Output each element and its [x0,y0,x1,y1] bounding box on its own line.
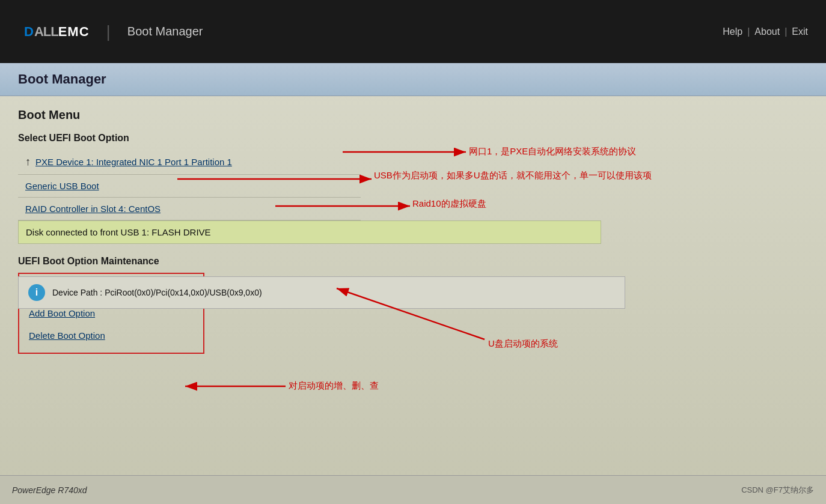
annotation-pxe: 网口1，是PXE自动化网络安装系统的协议 [469,146,636,157]
exit-link[interactable]: Exit [792,26,808,37]
boot-option-raid-label: RAID Controller in Slot 4: CentOS [25,204,161,214]
nav-sep1: | [747,26,750,37]
page-title: Boot Manager [18,71,808,87]
main-content: Boot Manager Boot Menu Select UEFI Boot … [0,63,826,504]
nav-sep2: | [785,26,787,37]
brand-logo: DALLEMC | Boot Manager [24,22,203,41]
boot-options-list: ↑ PXE Device 1: Integrated NIC 1 Port 1 … [18,150,808,244]
help-link[interactable]: Help [723,26,742,37]
cursor-icon: ↑ [25,156,31,168]
annotation-maintenance: 对启动项的增、删、查 [289,380,379,392]
info-icon: i [28,284,45,301]
boot-option-pxe[interactable]: ↑ PXE Device 1: Integrated NIC 1 Port 1 … [18,150,361,175]
about-link[interactable]: About [754,26,780,37]
dell-emc-logo: DALLEMC [24,24,90,40]
annotation-raid: Raid10的虚拟硬盘 [412,198,486,210]
boot-option-usb-flash[interactable]: Disk connected to front USB 1: FLASH DRI… [18,220,601,244]
page-title-bar: Boot Manager [0,63,826,96]
uefi-boot-option-title: Select UEFI Boot Option [18,133,808,144]
boot-option-usb-generic[interactable]: Generic USB Boot [18,175,361,198]
header-nav: Help | About | Exit [723,26,808,37]
delete-boot-option[interactable]: Delete Boot Option [19,324,203,347]
header-bar: DALLEMC | Boot Manager Help | About | Ex… [0,0,826,63]
device-path-bar: i Device Path : PciRoot(0x0)/Pci(0x14,0x… [18,276,625,309]
annotation-usb-generic: USB作为启动项，如果多U盘的话，就不能用这个，单一可以使用该项 [374,170,652,181]
boot-option-pxe-label: PXE Device 1: Integrated NIC 1 Port 1 Pa… [35,157,232,167]
bottom-status-bar: PowerEdge R740xd CSDN @F7艾纳尔多 [0,475,826,504]
boot-option-usb-flash-label: Disk connected to front USB 1: FLASH DRI… [26,227,211,237]
content-area: Boot Menu Select UEFI Boot Option ↑ PXE … [0,96,826,366]
model-name: PowerEdge R740xd [12,485,87,495]
annotation-usb-flash: U盘启动项的系统 [488,338,558,350]
uefi-maintenance-title: UEFI Boot Option Maintenance [18,256,808,267]
device-path-text: Device Path : PciRoot(0x0)/Pci(0x14,0x0)… [52,288,262,297]
boot-option-raid[interactable]: RAID Controller in Slot 4: CentOS [18,198,361,220]
boot-option-usb-generic-label: Generic USB Boot [25,181,99,191]
csdn-brand: CSDN @F7艾纳尔多 [741,485,814,496]
boot-menu-title: Boot Menu [18,108,808,122]
header-divider: | [106,22,111,41]
header-app-title: Boot Manager [127,25,203,38]
